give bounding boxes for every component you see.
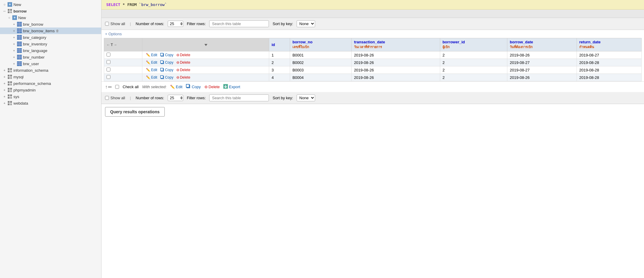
copy-row-button[interactable]: Copy <box>159 68 175 72</box>
svg-rect-37 <box>10 68 12 70</box>
sort-by-select-top[interactable]: None <box>297 20 315 27</box>
bottom-delete-button[interactable]: ⊖ Delete <box>204 85 220 89</box>
filter-rows-label: Filter rows: <box>187 22 206 26</box>
sidebar-item-borrow[interactable]: ─ borrow <box>0 8 101 14</box>
data-table: ← T → id borrow_no เลขที่ใบเบิก <box>104 38 642 81</box>
db-icon <box>7 8 13 14</box>
bottom-filter-rows-label: Filter rows: <box>187 96 206 100</box>
data-table-container: ← T → id borrow_no เลขที่ใบเบิก <box>101 38 644 81</box>
sidebar-item-information-schema[interactable]: + information_schema <box>0 67 101 74</box>
row-checkbox[interactable] <box>107 68 110 71</box>
col-borrower-id-name[interactable]: borrower_id <box>443 40 465 44</box>
sidebar-item-sys[interactable]: + sys <box>0 93 101 100</box>
col-borrow-no-name[interactable]: borrow_no <box>292 40 312 44</box>
col-return-date[interactable]: return_date กำหนดดิน <box>577 38 642 51</box>
sort-by-select-bottom[interactable]: None <box>297 94 315 101</box>
sidebar-item-brw-borrow-items[interactable]: + brw_borrow_items 🗑 <box>0 28 101 34</box>
search-input-bottom[interactable] <box>209 94 269 101</box>
sidebar-item-brw-language[interactable]: + brw_language <box>0 47 101 54</box>
scroll-up-icon[interactable]: ↑ <box>105 84 112 90</box>
bottom-spinner-down-icon[interactable] <box>180 98 183 100</box>
edit-icon: ✏️ <box>170 85 175 89</box>
delete-row-button[interactable]: ⊖ Delete <box>175 75 192 80</box>
sidebar-item-label: brw_number <box>23 55 44 59</box>
table-icon <box>17 61 22 66</box>
col-shrink-icon[interactable]: ← <box>107 43 110 47</box>
bottom-export-button[interactable]: Export <box>223 84 240 90</box>
col-expand-icon[interactable]: → <box>113 43 117 47</box>
sidebar-item-new-borrow[interactable]: ○ + New <box>0 14 101 21</box>
edit-row-button[interactable]: ✏️ Edit <box>145 53 158 57</box>
cell-borrow_no: B0001 <box>290 51 351 59</box>
edit-row-button[interactable]: ✏️ Edit <box>145 68 158 72</box>
edit-row-button[interactable]: ✏️ Edit <box>145 75 158 80</box>
svg-rect-58 <box>8 103 10 105</box>
col-borrow-date[interactable]: borrow_date วันที่ต้องการเบิก <box>507 38 577 51</box>
copy-row-button[interactable]: Copy <box>159 53 175 57</box>
col-borrow-no[interactable]: borrow_no เลขที่ใบเบิก <box>290 38 351 51</box>
delete-row-button[interactable]: ⊖ Delete <box>175 60 192 65</box>
row-actions-cell: ✏️ Edit Copy ⊖ Delete <box>142 66 269 74</box>
row-checkbox[interactable] <box>107 53 110 56</box>
sidebar-item-new-top[interactable]: ○ + New <box>0 1 101 8</box>
bottom-copy-button[interactable]: Copy <box>186 84 201 90</box>
svg-rect-41 <box>10 75 12 77</box>
sidebar-item-mysql[interactable]: + mysql <box>0 74 101 80</box>
sidebar-item-webdata[interactable]: + webdata <box>0 100 101 106</box>
edit-row-label: Edit <box>151 60 157 65</box>
copy-row-label: Copy <box>165 68 173 72</box>
sidebar-item-brw-inventory[interactable]: + brw_inventory <box>0 41 101 47</box>
show-all-checkbox[interactable] <box>105 22 109 26</box>
bottom-show-all-label[interactable]: Show all <box>105 96 125 100</box>
sidebar-item-brw-borrow[interactable]: + brw_borrow <box>0 21 101 28</box>
edit-row-button[interactable]: ✏️ Edit <box>145 60 158 65</box>
edit-pencil-icon: ✏️ <box>146 60 150 65</box>
col-transaction-date[interactable]: transaction_date วันเวลาที่ทำรายการ <box>352 38 440 51</box>
svg-rect-65 <box>161 68 163 71</box>
col-borrower-id[interactable]: borrower_id ผู้เบิก <box>440 38 507 51</box>
bottom-show-all-checkbox[interactable] <box>105 96 109 100</box>
query-ops-button[interactable]: Query results operations <box>105 107 165 117</box>
bottom-edit-button[interactable]: ✏️ Edit <box>170 85 182 89</box>
svg-text:+: + <box>9 2 11 7</box>
svg-rect-3 <box>10 9 12 11</box>
delete-circle-icon: ⊖ <box>176 53 179 57</box>
spinner-up-icon[interactable] <box>180 22 183 24</box>
col-borrow-date-name[interactable]: borrow_date <box>510 40 533 44</box>
cell-borrower_id: 2 <box>440 66 507 74</box>
cell-id: 3 <box>269 66 290 74</box>
show-all-label[interactable]: Show all <box>105 22 125 26</box>
expand-icon: + <box>12 29 16 33</box>
copy-row-button[interactable]: Copy <box>159 75 175 80</box>
table-row: ✏️ Edit Copy ⊖ Delete 2B00022019-08-2622… <box>104 59 642 66</box>
delete-row-button[interactable]: ⊖ Delete <box>175 68 192 72</box>
svg-text:+: + <box>13 16 16 20</box>
sidebar-item-brw-category[interactable]: + brw_category <box>0 34 101 41</box>
sidebar-item-phpmyadmin[interactable]: + phpmyadmin <box>0 87 101 93</box>
svg-rect-56 <box>8 101 10 103</box>
sidebar-item-brw-user[interactable]: + brw_user <box>0 60 101 67</box>
col-return-date-name[interactable]: return_date <box>579 40 601 44</box>
col-id-name[interactable]: id <box>272 42 275 47</box>
row-checkbox[interactable] <box>107 75 110 79</box>
col-borrow-date-sub: วันที่ต้องการเบิก <box>510 44 574 50</box>
svg-rect-42 <box>8 77 10 79</box>
bottom-spinner-up-icon[interactable] <box>180 96 183 98</box>
row-checkbox[interactable] <box>107 60 110 64</box>
delete-row-button[interactable]: ⊖ Delete <box>175 53 192 57</box>
edit-pencil-icon: ✏️ <box>146 75 150 80</box>
col-sort[interactable] <box>142 38 269 51</box>
cell-borrower_id: 2 <box>440 51 507 59</box>
copy-row-button[interactable]: Copy <box>159 60 175 65</box>
col-transaction-date-name[interactable]: transaction_date <box>354 40 385 44</box>
col-id[interactable]: id <box>269 38 290 51</box>
options-link[interactable]: + Options <box>105 32 122 36</box>
edit-pencil-icon: ✏️ <box>146 68 150 72</box>
sidebar-item-brw-number[interactable]: + brw_number <box>0 54 101 60</box>
search-input-top[interactable] <box>209 20 269 27</box>
cell-id: 1 <box>269 51 290 59</box>
spinner-down-icon[interactable] <box>180 24 183 25</box>
check-all-checkbox[interactable] <box>115 85 119 89</box>
sidebar-item-performance-schema[interactable]: + performance_schema <box>0 80 101 87</box>
number-of-rows-label: Number of rows: <box>136 22 164 26</box>
